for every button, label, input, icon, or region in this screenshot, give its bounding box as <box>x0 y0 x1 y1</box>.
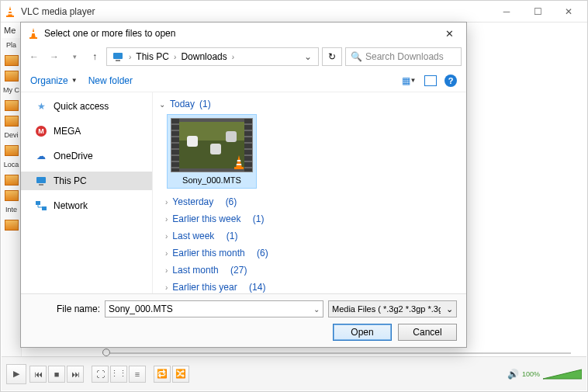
ext-settings-button[interactable]: ⋮⋮ <box>110 366 127 383</box>
vlc-titlebar: VLC media player ─ ☐ ✕ <box>1 1 587 23</box>
sidebar-item-onedrive[interactable]: ☁ OneDrive <box>21 147 152 165</box>
volume-control[interactable]: 🔊 100% <box>507 368 582 380</box>
view-mode-button[interactable]: ▦ ▼ <box>401 75 417 87</box>
file-type-filter[interactable]: Media Files ( *.3g2 *.3gp *.3gp2 ⌄ <box>328 300 457 317</box>
left-icon[interactable] <box>5 100 19 111</box>
close-button[interactable]: ✕ <box>553 2 584 22</box>
address-bar[interactable]: › This PC › Downloads › ⌄ <box>106 47 319 66</box>
left-label: My C <box>3 86 19 94</box>
chevron-right-icon: › <box>165 249 168 258</box>
vlc-left-panel: Pla My C Devi Loca Inte <box>2 38 22 356</box>
svg-rect-9 <box>234 167 244 169</box>
group-header[interactable]: ›Last week (1) <box>159 227 466 245</box>
left-label: Devi <box>4 131 18 139</box>
filename-label: File name: <box>30 304 100 314</box>
playlist-button[interactable]: ≡ <box>129 366 146 383</box>
video-thumbnail <box>171 118 253 172</box>
svg-rect-0 <box>6 16 14 17</box>
menu-truncated[interactable]: Me <box>4 26 16 35</box>
seek-thumb-icon[interactable] <box>102 349 110 356</box>
search-icon: 🔍 <box>351 51 362 62</box>
back-button[interactable]: ← <box>26 48 43 65</box>
shuffle-button[interactable]: 🔀 <box>172 366 189 383</box>
star-icon: ★ <box>35 100 47 113</box>
svg-rect-7 <box>36 201 40 205</box>
svg-rect-3 <box>113 53 123 59</box>
preview-pane-button[interactable] <box>424 75 437 86</box>
left-icon[interactable] <box>5 55 19 66</box>
sidebar-item-label: This PC <box>54 175 87 186</box>
left-icon[interactable] <box>5 220 19 231</box>
network-icon <box>35 199 47 212</box>
player-controls-bar: ▶ ⏮ ■ ⏭ ⛶ ⋮⋮ ≡ 🔁 🔀 🔊 100% <box>2 356 586 390</box>
chevron-right-icon: › <box>165 283 168 292</box>
mega-icon: M <box>35 125 47 137</box>
dropdown-icon[interactable]: ⌄ <box>446 304 453 314</box>
chevron-right-icon: › <box>165 215 168 224</box>
svg-rect-4 <box>116 60 120 61</box>
nav-sidebar: ★ Quick access M MEGA ☁ OneDrive This PC <box>21 92 153 293</box>
organize-menu[interactable]: Organize▼ <box>30 75 78 86</box>
dropdown-icon[interactable]: ⌄ <box>310 305 320 314</box>
address-dropdown-icon[interactable]: ⌄ <box>299 51 316 62</box>
filename-input[interactable]: Sony_000.MTS ⌄ <box>105 300 323 317</box>
dialog-close-button[interactable]: ✕ <box>438 24 460 43</box>
forward-button[interactable]: → <box>46 48 63 65</box>
file-item-selected[interactable]: Sony_000.MTS <box>167 114 257 189</box>
up-button[interactable]: ↑ <box>86 48 103 65</box>
svg-marker-1 <box>543 369 582 379</box>
svg-rect-5 <box>36 177 46 183</box>
search-input[interactable]: 🔍 Search Downloads <box>345 47 462 66</box>
left-icon[interactable] <box>5 175 19 186</box>
sidebar-item-quick-access[interactable]: ★ Quick access <box>21 97 152 116</box>
next-button[interactable]: ⏭ <box>67 366 84 383</box>
file-list-area: ⌄ Today (1) Sony_000.MTS ›Yesterday (6) … <box>153 92 466 293</box>
prev-button[interactable]: ⏮ <box>29 366 47 383</box>
left-label: Inte <box>5 206 17 213</box>
fullscreen-button[interactable]: ⛶ <box>92 366 109 383</box>
chevron-right-icon: › <box>165 198 168 206</box>
breadcrumb-root[interactable]: This PC <box>133 51 172 62</box>
group-header[interactable]: ›Yesterday (6) <box>159 193 466 210</box>
minimize-button[interactable]: ─ <box>491 2 522 22</box>
sidebar-item-label: MEGA <box>54 126 81 137</box>
chevron-right-icon: › <box>165 266 168 275</box>
left-icon[interactable] <box>5 145 19 156</box>
dialog-titlebar: Select one or more files to open ✕ <box>21 23 466 44</box>
filename-value: Sony_000.MTS <box>109 304 173 314</box>
breadcrumb-folder[interactable]: Downloads <box>178 51 230 62</box>
help-icon[interactable]: ? <box>444 75 457 87</box>
sidebar-item-this-pc[interactable]: This PC <box>21 172 152 190</box>
volume-slider[interactable] <box>543 368 582 380</box>
left-icon[interactable] <box>5 71 19 82</box>
cancel-button[interactable]: Cancel <box>398 324 457 341</box>
new-folder-button[interactable]: New folder <box>88 75 133 86</box>
file-open-dialog: Select one or more files to open ✕ ← → ▾… <box>20 22 467 348</box>
sidebar-item-label: Network <box>54 200 88 211</box>
volume-percent: 100% <box>522 370 540 378</box>
stop-button[interactable]: ■ <box>48 366 65 383</box>
group-header[interactable]: ›Earlier this year (14) <box>159 279 466 293</box>
group-header[interactable]: ›Last month (27) <box>159 262 466 279</box>
loop-button[interactable]: 🔁 <box>154 366 171 383</box>
open-button[interactable]: Open <box>333 324 392 341</box>
maximize-button[interactable]: ☐ <box>522 2 553 22</box>
left-icon[interactable] <box>5 116 19 127</box>
speaker-icon[interactable]: 🔊 <box>507 369 519 380</box>
dialog-nav-row: ← → ▾ ↑ › This PC › Downloads › ⌄ ↻ 🔍 Se… <box>21 44 466 69</box>
file-name-label: Sony_000.MTS <box>171 172 253 185</box>
group-header[interactable]: ›Earlier this month (6) <box>159 245 466 262</box>
seek-track[interactable] <box>102 351 571 356</box>
group-count: (1) <box>199 99 211 109</box>
vlc-window-title: VLC media player <box>21 6 491 17</box>
sidebar-item-label: Quick access <box>54 101 109 112</box>
play-button[interactable]: ▶ <box>6 364 26 384</box>
group-header[interactable]: ›Earlier this week (1) <box>159 210 466 227</box>
refresh-button[interactable]: ↻ <box>322 47 342 66</box>
sidebar-item-network[interactable]: Network <box>21 196 152 215</box>
filter-text: Media Files ( *.3g2 *.3gp *.3gp2 <box>332 304 441 314</box>
left-icon[interactable] <box>5 190 19 201</box>
sidebar-item-mega[interactable]: M MEGA <box>21 122 152 140</box>
recent-dropdown-icon[interactable]: ▾ <box>66 48 83 65</box>
group-header-today[interactable]: ⌄ Today (1) <box>159 95 466 113</box>
